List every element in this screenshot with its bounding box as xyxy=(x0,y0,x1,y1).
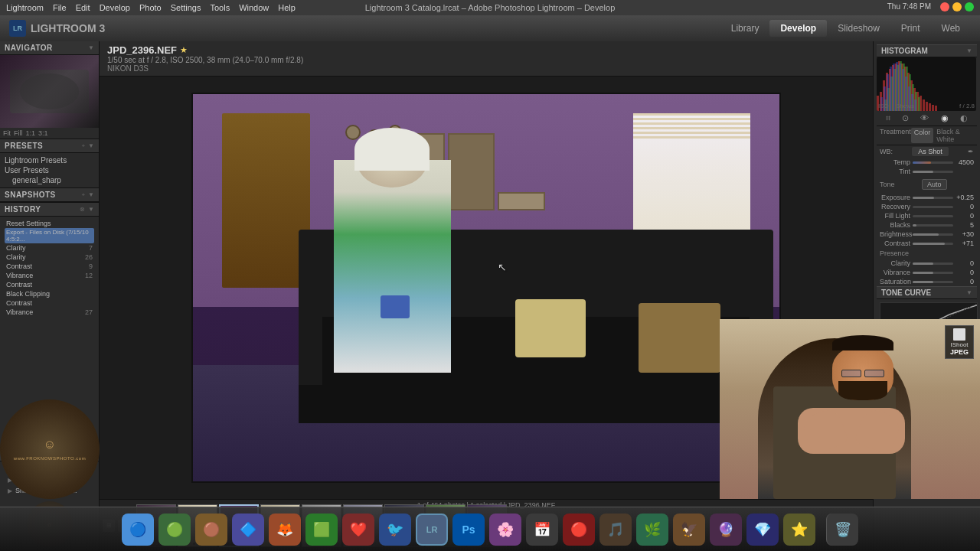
dock-icon-10[interactable]: 🔴 xyxy=(563,514,595,546)
spot-removal-icon[interactable]: ⊙ xyxy=(902,113,909,123)
window-maximize-button[interactable] xyxy=(965,2,974,11)
presets-header[interactable]: Presets + ▼ xyxy=(0,139,99,153)
app-menu-tools[interactable]: Tools xyxy=(210,3,230,12)
histogram-toggle[interactable]: ▼ xyxy=(966,47,972,54)
dock-icon-6[interactable]: ❤️ xyxy=(342,514,374,546)
dock-icon-13[interactable]: 🦅 xyxy=(673,514,705,546)
history-item-clarity1[interactable]: Clarity 7 xyxy=(5,243,94,253)
dock-bar: 🔵 🟢 🟤 🔷 🦊 🟩 ❤️ 🐦 LR Ps 🌸 📅 🔴 🎵 🌿 🦅 xyxy=(0,507,980,551)
tab-web[interactable]: Web xyxy=(931,20,971,37)
app-menu-develop[interactable]: Develop xyxy=(100,3,130,12)
saturation-slider[interactable] xyxy=(913,281,953,283)
history-clear-btn[interactable]: ⊗ xyxy=(80,206,85,213)
color-treatment-btn[interactable]: Color xyxy=(911,128,934,143)
navigator-toggle[interactable]: ▼ xyxy=(88,44,94,51)
history-item-clarity2[interactable]: Clarity 26 xyxy=(5,253,94,262)
app-menu-file[interactable]: File xyxy=(53,3,67,12)
history-item-reset[interactable]: Reset Settings xyxy=(5,219,94,228)
app-menu-photo[interactable]: Photo xyxy=(139,3,162,12)
window-close-button[interactable] xyxy=(940,2,949,11)
dock-icon-2[interactable]: 🟤 xyxy=(195,514,227,546)
histogram-canvas: ISO Shows f / 2.8 xyxy=(877,57,976,111)
blacks-slider[interactable] xyxy=(913,224,953,227)
tab-library[interactable]: Library xyxy=(720,20,770,37)
zoom-1-1-btn[interactable]: 1:1 xyxy=(26,129,36,137)
dock-icon-3[interactable]: 🔷 xyxy=(232,514,264,546)
recovery-slider[interactable] xyxy=(913,206,953,208)
clarity-value: 0 xyxy=(956,259,974,267)
zoom-fit-btn[interactable]: Fit xyxy=(3,129,11,137)
window-minimize-button[interactable] xyxy=(952,2,962,11)
tab-print[interactable]: Print xyxy=(890,20,931,37)
bw-treatment-btn[interactable]: Black & White xyxy=(936,128,974,143)
history-item-export[interactable]: Export - Files on Disk (7/15/10 4:5:2... xyxy=(5,228,94,243)
presets-content: Lightroom Presets User Presets general_s… xyxy=(0,153,99,187)
exposure-slider[interactable] xyxy=(913,197,953,199)
lr-logo: LR LIGHTROOM 3 xyxy=(9,20,105,37)
brightness-slider[interactable] xyxy=(913,233,953,236)
history-item-contrast3[interactable]: Contrast xyxy=(5,298,94,308)
dock-icon-14[interactable]: 🔮 xyxy=(710,514,742,546)
gradient-filter-icon[interactable]: ◉ xyxy=(941,113,949,123)
app-menu-lightroom[interactable]: Lightroom xyxy=(6,3,44,12)
dock-icon-12[interactable]: 🌿 xyxy=(636,514,668,546)
preset-item-lightroom[interactable]: Lightroom Presets xyxy=(5,155,94,165)
history-item-vibrance1[interactable]: Vibrance 12 xyxy=(5,271,94,280)
preset-item-general-sharp[interactable]: general_sharp xyxy=(5,175,94,185)
history-item-contrast1[interactable]: Contrast 9 xyxy=(5,262,94,271)
snapshots-add-btn[interactable]: + xyxy=(81,191,85,198)
tab-slideshow[interactable]: Slideshow xyxy=(827,20,890,37)
navigator-thumbnail xyxy=(0,55,99,128)
fill-light-slider[interactable] xyxy=(913,215,953,217)
history-item-vibrance2[interactable]: Vibrance 27 xyxy=(5,308,94,316)
wb-eyedropper-icon[interactable]: ✒ xyxy=(968,148,974,155)
histogram-header[interactable]: Histogram ▼ xyxy=(877,44,977,57)
app-menu-settings[interactable]: Settings xyxy=(171,3,201,12)
auto-button[interactable]: Auto xyxy=(922,179,947,190)
dock-icon-9[interactable]: 📅 xyxy=(526,514,558,546)
dock-ps-icon[interactable]: Ps xyxy=(452,514,485,546)
dock-trash-icon[interactable]: 🗑️ xyxy=(826,514,858,546)
tone-curve-header[interactable]: Tone Curve ▼ xyxy=(877,286,977,299)
snapshots-header[interactable]: Snapshots + ▼ xyxy=(0,188,99,202)
presets-toggle[interactable]: ▼ xyxy=(88,142,94,149)
history-item-contrast2[interactable]: Contrast xyxy=(5,280,94,289)
tone-curve-toggle[interactable]: ▼ xyxy=(966,289,972,296)
dock-icon-16[interactable]: ⭐ xyxy=(783,514,815,546)
history-item-blackclipping[interactable]: Black Clipping xyxy=(5,289,94,298)
dock-icon-7[interactable]: 🐦 xyxy=(379,514,411,546)
zoom-fill-btn[interactable]: Fill xyxy=(14,129,23,137)
svg-rect-16 xyxy=(926,102,928,111)
adjustment-brush-icon[interactable]: ◐ xyxy=(960,113,968,123)
wb-dropdown[interactable]: As Shot xyxy=(912,147,949,156)
dock-icon-5[interactable]: 🟩 xyxy=(305,514,338,546)
dock-icon-4[interactable]: 🦊 xyxy=(269,514,301,546)
navigator-header[interactable]: Navigator ▼ xyxy=(0,41,99,55)
app-menu-edit[interactable]: Edit xyxy=(76,3,90,12)
app-menu-window[interactable]: Window xyxy=(239,3,269,12)
snapshots-toggle[interactable]: ▼ xyxy=(88,191,94,198)
preset-item-user[interactable]: User Presets xyxy=(5,165,94,175)
dock-icon-8[interactable]: 🌸 xyxy=(489,514,521,546)
vibrance-slider[interactable] xyxy=(913,272,953,274)
dock-icon-15[interactable]: 💎 xyxy=(746,514,779,546)
traffic-lights: Thu 7:48 PM xyxy=(887,2,974,11)
svg-rect-18 xyxy=(932,105,934,111)
dock-icon-11[interactable]: 🎵 xyxy=(599,514,632,546)
temp-slider[interactable] xyxy=(913,161,953,164)
history-header[interactable]: History ⊗ ▼ xyxy=(0,203,99,217)
presets-add-btn[interactable]: + xyxy=(81,142,85,149)
dock-icon-1[interactable]: 🟢 xyxy=(158,514,191,546)
app-menu-help[interactable]: Help xyxy=(278,3,296,12)
svg-rect-31 xyxy=(918,97,920,111)
redeye-icon[interactable]: 👁 xyxy=(920,113,929,123)
history-toggle[interactable]: ▼ xyxy=(88,206,94,213)
contrast-slider[interactable] xyxy=(913,243,953,245)
tint-slider[interactable] xyxy=(913,171,953,173)
tab-develop[interactable]: Develop xyxy=(769,20,827,37)
dock-finder-icon[interactable]: 🔵 xyxy=(122,514,154,546)
zoom-3-1-btn[interactable]: 3:1 xyxy=(38,129,48,137)
dock-lightroom-icon[interactable]: LR xyxy=(416,514,448,546)
clarity-slider[interactable] xyxy=(913,262,953,265)
crop-tool-icon[interactable]: ⌗ xyxy=(886,113,890,123)
